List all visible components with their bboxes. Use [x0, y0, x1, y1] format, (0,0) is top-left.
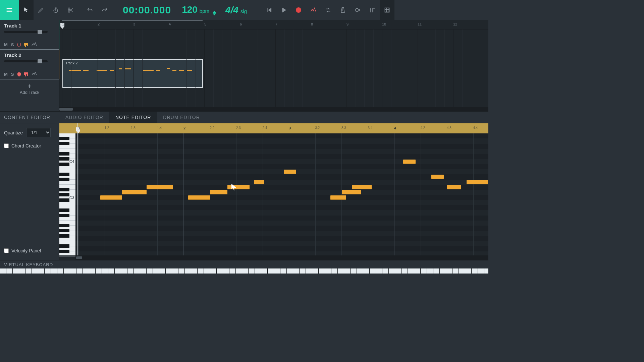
quantize-select[interactable]: 1/1 — [26, 128, 51, 137]
velocity-panel-checkbox[interactable]: Velocity Panel — [4, 248, 41, 253]
midi-note[interactable] — [147, 185, 173, 189]
midi-note[interactable] — [284, 170, 296, 174]
grid-button[interactable] — [380, 0, 394, 20]
ruler-bar-number: 2 — [98, 22, 100, 26]
ne-playhead-line — [77, 123, 78, 255]
note-grid[interactable] — [75, 133, 488, 255]
midi-note[interactable] — [227, 185, 250, 189]
ruler-bar-number: 11 — [418, 22, 422, 26]
mixer-button[interactable] — [365, 0, 380, 20]
ne-ruler-subdiv: 3.4 — [368, 126, 373, 130]
chord-creator-checkbox[interactable]: Chord Creator — [4, 143, 55, 148]
editor-tab-bar: CONTENT EDITOR AUDIO EDITORNOTE EDITORDR… — [0, 111, 488, 123]
undo-button[interactable] — [83, 0, 97, 20]
pointer-tool-button[interactable] — [19, 0, 34, 20]
ne-ruler-subdiv: 2.4 — [263, 126, 267, 130]
loop-region[interactable] — [62, 20, 203, 21]
virtual-keyboard-keys[interactable] — [0, 268, 488, 274]
track-header-1[interactable]: Track 1 M S — [0, 20, 59, 50]
timesig-value: 4/4 — [225, 5, 238, 15]
add-track-label: Add Track — [20, 90, 40, 95]
ne-ruler-subdiv: 4.2 — [421, 126, 425, 130]
solo-button[interactable]: S — [11, 42, 14, 47]
automation-button[interactable] — [306, 0, 321, 20]
rewind-button[interactable] — [262, 0, 276, 20]
note-editor-ruler[interactable]: 12341.21.31.42.22.32.43.23.33.44.24.34.4 — [59, 123, 488, 133]
track-volume-slider[interactable] — [4, 31, 48, 33]
editor-tab[interactable]: NOTE EDITOR — [109, 112, 157, 123]
menu-button[interactable] — [0, 0, 19, 20]
piano-keyboard[interactable]: C4C3 — [59, 133, 75, 255]
midi-note[interactable] — [447, 185, 461, 189]
velocity-panel-input[interactable] — [4, 248, 9, 253]
timeline-ruler[interactable]: 123456789101112 — [59, 20, 488, 29]
bpm-spinner[interactable] — [213, 11, 216, 15]
arrangement-view: Track 1 M S Track 2 M S + — [0, 20, 488, 111]
track-eq-icon[interactable] — [24, 43, 28, 47]
editor-tabs: AUDIO EDITORNOTE EDITORDRUM EDITOR — [59, 112, 488, 123]
midi-clip[interactable]: Track 2 — [62, 59, 203, 88]
ne-ruler-subdiv: 1.4 — [157, 126, 162, 130]
mute-button[interactable]: M — [4, 72, 8, 77]
chord-creator-input[interactable] — [4, 143, 9, 148]
midi-note[interactable] — [122, 190, 147, 194]
ruler-bar-number: 3 — [133, 22, 135, 26]
midi-note[interactable] — [467, 180, 488, 184]
midi-note[interactable] — [352, 185, 372, 189]
redo-button[interactable] — [97, 0, 112, 20]
record-button[interactable] — [291, 0, 306, 20]
play-button[interactable] — [276, 0, 291, 20]
ne-ruler-subdiv: 4.3 — [447, 126, 451, 130]
midi-note[interactable] — [431, 175, 444, 179]
cut-tool-button[interactable] — [63, 0, 78, 20]
track-name: Track 1 — [4, 23, 56, 28]
midi-note[interactable] — [254, 180, 264, 184]
countdown-button[interactable] — [350, 0, 365, 20]
ruler-bar-number: 5 — [204, 22, 206, 26]
note-editor-hscroll[interactable] — [75, 255, 488, 260]
midi-note[interactable] — [210, 190, 227, 194]
ne-ruler-subdiv: 1.2 — [105, 126, 109, 130]
midi-note[interactable] — [342, 190, 361, 194]
metronome-button[interactable] — [335, 0, 350, 20]
timesig-label: sig — [240, 8, 247, 14]
track-volume-slider[interactable] — [4, 60, 48, 62]
virtual-keyboard-title: VIRTUAL KEYBOARD — [0, 260, 488, 268]
midi-note[interactable] — [188, 195, 210, 200]
track-name: Track 2 — [4, 52, 56, 58]
note-editor-main: 12341.21.31.42.22.32.43.23.33.44.24.34.4… — [59, 123, 488, 260]
ne-ruler-bar: 3 — [289, 126, 291, 130]
track-header-2[interactable]: Track 2 M S — [0, 50, 59, 79]
timer-tool-button[interactable] — [48, 0, 63, 20]
timesig-display[interactable]: 4/4 sig — [225, 5, 247, 15]
midi-note[interactable] — [403, 160, 416, 164]
automation-icon[interactable] — [32, 72, 37, 77]
solo-button[interactable]: S — [11, 72, 14, 77]
editor-tab[interactable]: DRUM EDITOR — [157, 112, 206, 123]
arm-record-button[interactable] — [17, 72, 21, 76]
ruler-bar-number: 6 — [240, 22, 242, 26]
automation-icon[interactable] — [32, 42, 37, 47]
editor-tab[interactable]: AUDIO EDITOR — [59, 112, 109, 123]
draw-tool-button[interactable] — [34, 0, 48, 20]
mute-button[interactable]: M — [4, 42, 8, 47]
track-eq-icon[interactable] — [24, 72, 28, 76]
plus-icon: + — [28, 84, 32, 88]
top-toolbar: 00:00.000 120 bpm 4/4 sig — [0, 0, 488, 20]
loop-button[interactable] — [321, 0, 335, 20]
ne-ruler-bar: 2 — [183, 126, 185, 130]
arrangement-hscroll[interactable] — [59, 107, 488, 111]
ne-ruler-subdiv: 3.3 — [341, 126, 346, 130]
transport-time[interactable]: 00:00.000 — [123, 4, 171, 16]
ruler-bar-number: 8 — [311, 22, 313, 26]
midi-note[interactable] — [100, 195, 122, 200]
arrangement-grid[interactable]: Track 2 — [59, 29, 488, 107]
midi-note[interactable] — [330, 195, 346, 200]
clip-preview — [66, 70, 199, 78]
bpm-label: bpm — [200, 8, 209, 14]
bpm-display[interactable]: 120 bpm — [182, 4, 216, 15]
timeline-area[interactable]: 123456789101112 Track 2 — [59, 20, 488, 111]
content-editor-title: CONTENT EDITOR — [0, 112, 59, 123]
arm-record-button[interactable] — [17, 43, 21, 47]
add-track-button[interactable]: + Add Track — [0, 79, 59, 99]
